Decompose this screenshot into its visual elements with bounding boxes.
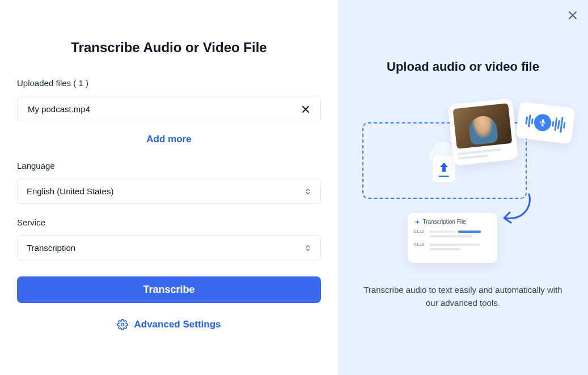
service-label: Service (17, 218, 321, 227)
file-name: My podcast.mp4 (28, 104, 90, 114)
microphone-icon (533, 113, 552, 132)
chevron-updown-icon (304, 244, 311, 252)
language-value: English (United States) (27, 186, 113, 196)
gear-icon (117, 319, 128, 330)
advanced-settings-button[interactable]: Advanced Settings (17, 319, 321, 330)
chevron-updown-icon (304, 188, 311, 195)
svg-point-0 (121, 323, 124, 326)
audio-preview-card (515, 101, 575, 144)
transcribe-button[interactable]: Transcribe (17, 276, 321, 303)
page-title: Transcribe Audio or Video File (17, 40, 321, 56)
right-panel: Upload audio or video file (338, 0, 588, 375)
uploaded-file-item: My podcast.mp4 (17, 96, 321, 122)
right-description: Transcribe audio to text easily and auto… (358, 284, 568, 309)
remove-file-icon[interactable] (301, 105, 310, 114)
illustration: Transcription File 01:12 01:13 (356, 103, 571, 272)
video-thumbnail (452, 103, 512, 149)
transcription-time: 01:12 (414, 229, 426, 233)
language-label: Language (17, 161, 321, 171)
upload-card (432, 155, 456, 183)
transcription-preview-card: Transcription File 01:12 01:13 (408, 213, 497, 263)
transcription-row: 01:13 (414, 242, 490, 246)
service-select[interactable]: Transcription (17, 235, 321, 261)
right-title: Upload audio or video file (387, 59, 539, 74)
left-panel: Transcribe Audio or Video File Uploaded … (0, 0, 338, 375)
transcription-time: 01:13 (414, 242, 426, 246)
video-preview-card (447, 98, 518, 165)
upload-underline (439, 176, 449, 177)
video-text-placeholder (457, 147, 513, 161)
sparkle-icon (414, 219, 420, 225)
add-more-button[interactable]: Add more (17, 134, 321, 145)
transcription-row: 01:12 (414, 229, 490, 233)
language-select[interactable]: English (United States) (17, 178, 321, 204)
uploaded-files-label: Uploaded files ( 1 ) (17, 78, 321, 88)
close-icon[interactable] (568, 10, 578, 20)
upload-arrow-icon (439, 161, 449, 174)
svg-rect-1 (541, 119, 544, 123)
advanced-settings-label: Advanced Settings (134, 319, 221, 330)
service-value: Transcription (27, 243, 75, 253)
arrow-icon (502, 193, 536, 227)
transcription-card-title: Transcription File (414, 219, 490, 225)
